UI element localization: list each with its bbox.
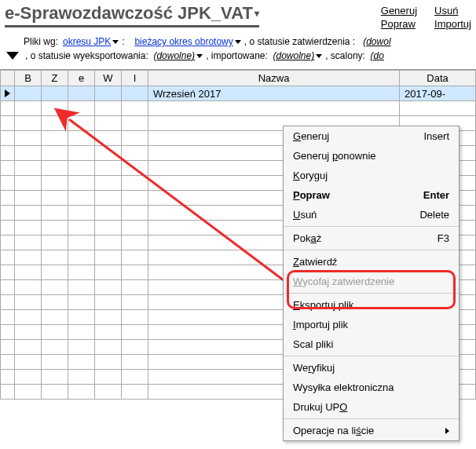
menu-operacje-na-liscie[interactable]: Operacje na liście xyxy=(284,421,459,440)
colon: : xyxy=(122,36,124,47)
cell[interactable] xyxy=(122,86,148,101)
cell-nazwa[interactable]: Wrzesień 2017 xyxy=(148,86,400,101)
lbl-status-zatw: , o statusie zatwierdzenia : xyxy=(244,36,355,47)
menu-separator xyxy=(284,293,459,294)
filters: Pliki wg: okresu JPK : bieżący okres obr… xyxy=(0,30,476,69)
header-row: e-Sprawozdawczość JPK_VAT ▾ Generuj Usuń… xyxy=(0,0,476,30)
lbl-scalony: , scalony: xyxy=(325,50,365,61)
cell[interactable] xyxy=(42,86,68,101)
menu-scal-label: Scal pliki xyxy=(293,338,333,350)
caret-icon[interactable] xyxy=(112,40,119,44)
menu-generuj-sc: Insert xyxy=(423,130,449,142)
menu-wysylka[interactable]: Wysyłka elektroniczna xyxy=(284,378,459,397)
page-title-text: e-Sprawozdawczość JPK_VAT xyxy=(5,3,253,24)
header-links: Generuj Usuń Popraw Importuj xyxy=(381,3,471,30)
menu-separator xyxy=(284,418,459,419)
menu-generuj-rest: eneruj xyxy=(301,130,329,142)
lbl-status-exp: , o statusie wyeksportowania: xyxy=(25,50,148,61)
filter-okresu-jpk[interactable]: okresu JPK xyxy=(63,36,111,47)
filter-status-zatw-val[interactable]: (dowol xyxy=(363,36,390,47)
menu-generuj[interactable]: Generuj Insert xyxy=(284,126,459,146)
submenu-arrow-icon xyxy=(445,428,449,434)
menu-weryfikuj[interactable]: Weryfikuj xyxy=(284,358,459,378)
context-menu: Generuj Insert Generuj ponownie Koryguj … xyxy=(283,126,460,441)
menu-drukuj-upo[interactable]: Drukuj UPO xyxy=(284,397,459,417)
link-importuj[interactable]: Importuj xyxy=(434,18,471,30)
menu-separator xyxy=(284,356,459,356)
cell[interactable] xyxy=(95,86,122,101)
cell[interactable] xyxy=(68,86,95,101)
menu-popraw-sc: Enter xyxy=(423,189,449,201)
menu-scal[interactable]: Scal pliki xyxy=(284,334,459,354)
lbl-importowane: , importowane: xyxy=(206,50,268,61)
cell[interactable] xyxy=(15,86,42,101)
menu-zatwierdz[interactable]: Zatwierdź xyxy=(284,252,459,272)
link-popraw[interactable]: Popraw xyxy=(381,18,417,30)
caret-icon[interactable] xyxy=(196,54,203,58)
menu-popraw[interactable]: Popraw Enter xyxy=(284,185,459,205)
expand-filters-icon[interactable] xyxy=(6,52,19,60)
caret-icon[interactable] xyxy=(316,54,322,58)
row-marker-icon xyxy=(5,89,10,97)
menu-wysylka-label: Wysyłka elektroniczna xyxy=(293,381,394,393)
menu-eksportuj[interactable]: Eksportuj plik xyxy=(284,295,459,315)
row-marker-cell xyxy=(1,86,15,101)
menu-koryguj[interactable]: Koryguj xyxy=(284,166,459,185)
caret-icon[interactable] xyxy=(235,40,241,44)
col-b[interactable]: B xyxy=(15,71,42,86)
table-row[interactable] xyxy=(1,101,476,116)
menu-pokaz[interactable]: Pokaż F3 xyxy=(284,228,459,248)
table-row[interactable]: Wrzesień 20172017-09- xyxy=(1,86,476,101)
menu-wycofaj: Wycofaj zatwierdzenie xyxy=(284,272,459,291)
link-usun[interactable]: Usuń xyxy=(434,5,471,16)
cell-data[interactable]: 2017-09- xyxy=(400,86,476,101)
filter-row-2: , o statusie wyeksportowania: (dowolne) … xyxy=(24,50,471,61)
link-generuj[interactable]: Generuj xyxy=(381,5,417,16)
col-i[interactable]: I xyxy=(122,71,148,86)
col-w[interactable]: W xyxy=(95,71,122,86)
lbl-pliki-wg: Pliki wg: xyxy=(24,36,58,47)
col-marker xyxy=(1,71,15,86)
filter-importowane-val[interactable]: (dowolne) xyxy=(273,50,315,61)
grid-header-row: B Z e W I Nazwa Data xyxy=(1,71,476,86)
menu-pokaz-sc: F3 xyxy=(438,232,449,244)
filter-biezacy-okres[interactable]: bieżący okres obrotowy xyxy=(134,36,233,47)
col-nazwa[interactable]: Nazwa xyxy=(148,71,400,86)
title-caret-icon: ▾ xyxy=(254,8,259,19)
menu-importuj[interactable]: Importuj plik xyxy=(284,315,459,334)
col-e[interactable]: e xyxy=(68,71,95,86)
filter-scalony-val[interactable]: (do xyxy=(371,50,384,61)
page-title[interactable]: e-Sprawozdawczość JPK_VAT ▾ xyxy=(5,3,259,27)
filter-row-1: Pliki wg: okresu JPK : bieżący okres obr… xyxy=(24,36,471,47)
menu-generuj-ponownie[interactable]: Generuj ponownie xyxy=(284,146,459,166)
filter-status-exp-val[interactable]: (dowolne) xyxy=(153,50,195,61)
col-z[interactable]: Z xyxy=(42,71,68,86)
menu-separator xyxy=(284,250,459,250)
menu-usun[interactable]: Usuń Delete xyxy=(284,205,459,224)
col-data[interactable]: Data xyxy=(400,71,476,86)
menu-separator xyxy=(284,226,459,227)
menu-usun-sc: Delete xyxy=(419,209,449,221)
